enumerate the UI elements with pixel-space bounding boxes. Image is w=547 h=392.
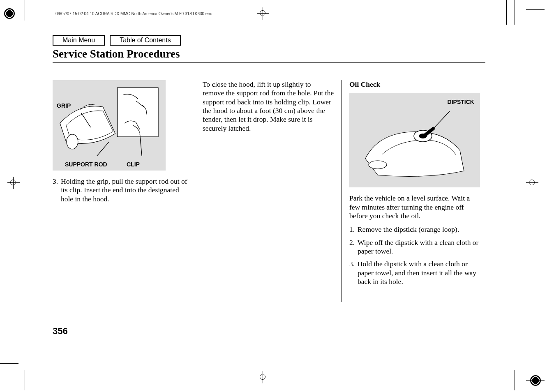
step-number: 2. [349, 238, 358, 256]
registration-mark-icon [530, 375, 541, 386]
list-item: 3. Hold the dipstick with a clean cloth … [349, 260, 481, 286]
crop-mark [0, 363, 18, 364]
crop-mark [0, 27, 18, 27]
step-number: 1. [349, 225, 358, 234]
title-rule [53, 62, 485, 63]
step-number: 3. [53, 177, 61, 203]
svg-line-3 [97, 142, 109, 156]
main-menu-button[interactable]: Main Menu [53, 35, 105, 46]
column-divider [342, 80, 342, 302]
figure-label-clip: CLIP [127, 161, 140, 168]
list-item: 1. Remove the dipstick (orange loop). [349, 225, 481, 234]
crosshair-icon [526, 177, 538, 189]
header-metadata: 09/07/07 15:02:04 10 ACURA RDX MMC North… [55, 12, 212, 16]
column-3: Oil Check DIPSTICK Park the vehicle on a… [346, 80, 488, 302]
crop-mark [515, 0, 515, 25]
column-1: GRIP SUPPORT ROD CLIP 3. Holding the gri… [53, 80, 195, 302]
body-paragraph: To close the hood, lift it up slightly t… [203, 80, 334, 133]
crop-mark [25, 370, 25, 390]
list-item: 2. Wipe off the dipstick with a clean cl… [349, 238, 481, 256]
content-columns: GRIP SUPPORT ROD CLIP 3. Holding the gri… [53, 80, 488, 302]
column-2: To close the hood, lift it up slightly t… [199, 80, 342, 302]
page-number: 356 [53, 326, 68, 337]
crop-mark [33, 370, 33, 390]
crop-mark [25, 0, 25, 21]
engine-dipstick-illustration-icon [353, 97, 476, 183]
crop-mark [515, 370, 515, 390]
step-text: Wipe off the dipstick with a clean cloth… [358, 238, 481, 256]
registration-mark-icon [4, 8, 16, 21]
table-of-contents-button[interactable]: Table of Contents [110, 35, 181, 46]
list-item: 3. Holding the grip, pull the support ro… [53, 177, 187, 203]
dipstick-figure: DIPSTICK [349, 93, 480, 187]
body-paragraph: Park the vehicle on a level surface. Wai… [349, 194, 481, 220]
step-text: Remove the dipstick (orange loop). [358, 225, 459, 234]
step-text: Hold the dipstick with a clean cloth or … [358, 260, 481, 286]
page-title: Service Station Procedures [53, 48, 180, 60]
svg-point-1 [67, 134, 78, 149]
crosshair-icon [7, 177, 20, 189]
figure-label-grip: GRIP [57, 102, 71, 109]
column-divider [195, 80, 195, 302]
crosshair-icon [257, 7, 269, 20]
section-heading: Oil Check [349, 80, 481, 89]
crosshair-icon [257, 371, 269, 383]
figure-label-dipstick: DIPSTICK [448, 99, 474, 106]
step-number: 3. [349, 260, 358, 286]
hood-support-figure: GRIP SUPPORT ROD CLIP [53, 80, 166, 171]
svg-line-8 [429, 111, 450, 133]
car-hood-illustration-icon [56, 84, 162, 166]
crop-mark [526, 9, 545, 10]
figure-label-support-rod: SUPPORT ROD [65, 161, 107, 168]
svg-point-7 [369, 161, 387, 169]
crop-mark [506, 0, 507, 25]
step-text: Holding the grip, pull the support rod o… [61, 177, 187, 203]
